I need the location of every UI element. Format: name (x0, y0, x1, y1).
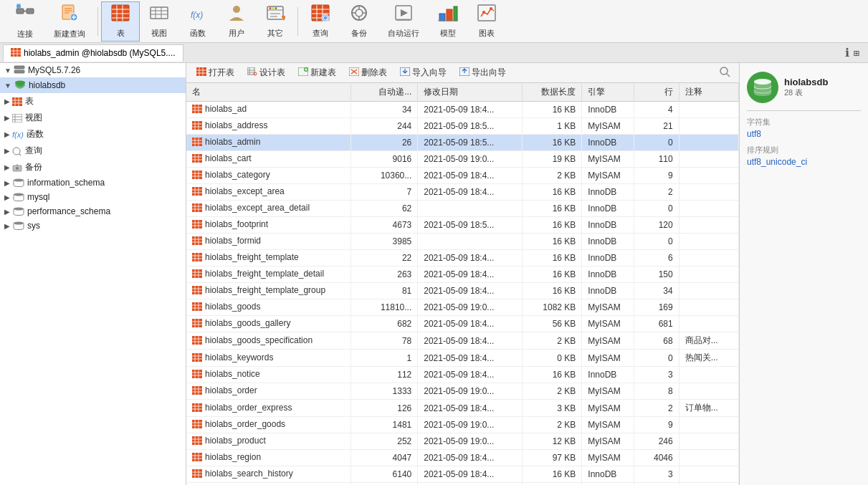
table-row[interactable]: hiolabs_ad342021-05-09 18:4...16 KBInnoD… (186, 102, 739, 118)
sidebar-queries[interactable]: ▶ 查询 (0, 143, 186, 159)
table-row[interactable]: hiolabs_formid398516 KBInnoDB0 (186, 234, 739, 250)
toolbar-connect[interactable]: 连接 (6, 1, 44, 42)
toolbar-model[interactable]: 模型 (429, 1, 467, 42)
table-row[interactable]: hiolabs_goods_gallery6822021-05-09 18:4.… (186, 316, 739, 332)
col-header-size[interactable]: 数据长度 (523, 83, 582, 102)
table-row[interactable]: hiolabs_search_history61402021-05-09 18:… (186, 466, 739, 483)
table-row[interactable]: hiolabs_freight_template_group812021-05-… (186, 283, 739, 299)
svg-rect-138 (192, 203, 202, 212)
table-row[interactable]: hiolabs_admin262021-05-09 18:5...16 KBIn… (186, 135, 739, 151)
sidebar-sys[interactable]: ▶ sys (0, 219, 186, 233)
toolbar-query[interactable]: 查询 (301, 1, 340, 42)
svg-point-56 (490, 7, 492, 10)
table-row[interactable]: hiolabs_cart90162021-05-09 19:0...19 KBM… (186, 151, 739, 168)
svg-line-107 (727, 74, 730, 77)
col-header-auto[interactable]: 自动递... (350, 83, 418, 102)
sidebar-views[interactable]: ▶ 视图 (0, 110, 186, 126)
delete-table-btn[interactable]: 删除表 (343, 65, 393, 80)
toolbar-other[interactable]: ▼ 其它 (256, 1, 295, 42)
toolbar-table[interactable]: 表 (101, 1, 140, 42)
col-header-name[interactable]: 名 (186, 83, 350, 102)
new-table-btn[interactable]: 新建表 (292, 65, 342, 80)
function-icon: f(x) (188, 4, 208, 27)
db-icon (14, 80, 27, 91)
sidebar-mysql[interactable]: ▶ mysql (0, 190, 186, 204)
new-query-label: 新建查询 (54, 29, 85, 39)
sidebar-selected-db[interactable]: ▼ hiolabsdb (0, 77, 186, 93)
sidebar-information-schema[interactable]: ▶ information_schema (0, 176, 186, 190)
model-icon (438, 4, 458, 27)
table-row[interactable]: hiolabs_region40472021-05-09 18:4...97 K… (186, 450, 739, 466)
table-row[interactable]: hiolabs_order_express1262021-05-09 18:4.… (186, 400, 739, 417)
col-header-engine[interactable]: 引擎 (582, 83, 634, 102)
table-row[interactable]: hiolabs_order13332021-05-09 19:0...2 KBM… (186, 383, 739, 400)
export-wizard-btn[interactable]: 导出向导 (454, 65, 512, 80)
open-table-btn[interactable]: 打开表 (191, 65, 240, 80)
table-row[interactable]: hiolabs_settings216 KBInnoDB1 (186, 483, 739, 486)
autorun-label: 自动运行 (388, 28, 419, 39)
table-row[interactable]: hiolabs_except_area72021-05-09 18:4...16… (186, 184, 739, 201)
table-row[interactable]: hiolabs_goods_specification782021-05-09 … (186, 332, 739, 350)
table-row[interactable]: hiolabs_address2442021-05-09 18:5...1 KB… (186, 118, 739, 135)
svg-text:▼: ▼ (280, 13, 285, 22)
table-row[interactable]: hiolabs_category10360...2021-05-09 18:4.… (186, 168, 739, 184)
sidebar-tables[interactable]: ▶ 表 (0, 93, 186, 110)
is-db-icon (12, 178, 25, 188)
table-row[interactable]: hiolabs_product2522021-05-09 19:0...12 K… (186, 433, 739, 450)
other-icon: ▼ (265, 4, 285, 27)
toolbar-new-query[interactable]: 新建查询 (44, 1, 95, 42)
design-table-label: 设计表 (259, 67, 285, 79)
table-row[interactable]: hiolabs_order_goods14812021-05-09 19:0..… (186, 417, 739, 433)
table-row[interactable]: hiolabs_keywords12021-05-09 18:4...0 KBM… (186, 350, 739, 367)
charset-value: utf8 (747, 129, 861, 139)
toolbar-chart[interactable]: 图表 (467, 1, 506, 42)
toolbar-user[interactable]: 用户 (217, 1, 256, 42)
table-row[interactable]: hiolabs_freight_template_detail2632021-0… (186, 266, 739, 283)
sidebar-performance-schema[interactable]: ▶ performance_schema (0, 204, 186, 219)
action-bar: 打开表 设计表 (186, 63, 739, 83)
table-row[interactable]: hiolabs_notice1122021-05-09 18:4...16 KB… (186, 367, 739, 383)
svg-rect-203 (192, 420, 202, 428)
toolbar-view[interactable]: 视图 (140, 1, 178, 42)
svg-rect-168 (192, 302, 202, 311)
tables-list: 名 自动递... 修改日期 数据长度 引擎 行 注释 hiola (186, 83, 739, 485)
import-wizard-btn[interactable]: 导入向导 (394, 65, 452, 80)
info-icon-btn[interactable]: ℹ (845, 46, 849, 59)
active-tab[interactable]: hiolabs_admin @hiolabsdb (MySQL5.... (3, 44, 183, 62)
collation-value: utf8_unicode_ci (747, 157, 861, 167)
svg-rect-18 (151, 7, 168, 19)
tab-table-icon (11, 48, 21, 58)
design-table-btn[interactable]: 设计表 (242, 65, 291, 80)
svg-rect-163 (192, 286, 202, 294)
functions-expand-icon: ▶ (4, 130, 10, 138)
right-table-count: 28 表 (784, 87, 828, 98)
table-row[interactable]: hiolabs_goods11810...2021-05-09 19:0...1… (186, 299, 739, 316)
tables-folder-icon (12, 97, 22, 106)
toolbar-backup[interactable]: 备份 (340, 1, 378, 42)
col-header-comment[interactable]: 注释 (679, 83, 738, 102)
table-row[interactable]: hiolabs_except_area_detail6216 KBInnoDB0 (186, 201, 739, 217)
sidebar-server[interactable]: ▼ MySQL5.7.26 (0, 63, 186, 77)
sidebar-backups[interactable]: ▶ 备份 (0, 159, 186, 176)
table-row[interactable]: hiolabs_freight_template222021-05-09 18:… (186, 250, 739, 266)
code-icon-btn[interactable]: ⊞ (854, 47, 859, 59)
table-label: 表 (117, 28, 125, 39)
search-btn[interactable] (715, 64, 735, 81)
col-header-rows[interactable]: 行 (634, 83, 679, 102)
svg-point-28 (272, 7, 275, 9)
table-row[interactable]: hiolabs_footprint46732021-05-09 18:5...1… (186, 217, 739, 234)
collation-label: 排序规则 (747, 145, 861, 155)
toolbar-function[interactable]: f(x) 函数 (178, 1, 217, 42)
export-icon (459, 67, 469, 78)
right-divider (747, 110, 861, 111)
sidebar: ▼ MySQL5.7.26 ▼ hiolabsdb ▶ (0, 63, 186, 485)
toolbar-divider-1 (97, 7, 98, 36)
svg-rect-50 (439, 14, 445, 21)
col-header-date[interactable]: 修改日期 (418, 83, 523, 102)
sidebar-functions[interactable]: ▶ f(x) 函数 (0, 126, 186, 143)
toolbar-autorun[interactable]: 自动运行 (378, 1, 429, 42)
svg-rect-1 (27, 9, 34, 14)
db-big-icon (747, 72, 778, 103)
views-icon (12, 114, 22, 123)
server-expand-icon: ▼ (4, 67, 11, 75)
